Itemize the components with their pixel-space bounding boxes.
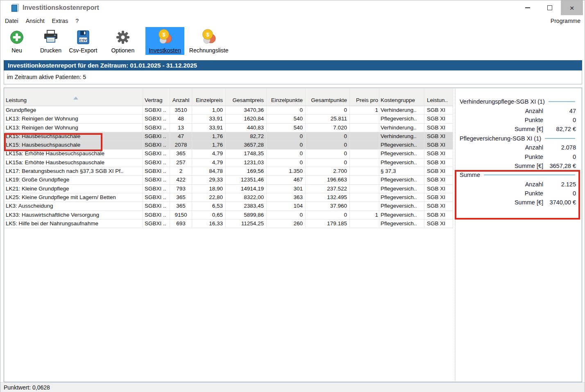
summary-value: 2.078	[543, 144, 576, 151]
menu-label-programme[interactable]: Programme	[551, 18, 580, 24]
table-cell: 5899,86	[226, 211, 267, 220]
toolbar-label: Neu	[11, 47, 22, 54]
optionen-button[interactable]: Optionen	[108, 27, 138, 55]
csv-export-button[interactable]: CSV Csv-Export	[66, 27, 100, 55]
table-row[interactable]: LK15: HausbesuchspauschaleSGBXI ..471,76…	[5, 132, 453, 141]
minimize-button[interactable]	[517, 0, 539, 15]
table-cell: SGBXI ..	[143, 220, 170, 228]
menu-bar: Datei Ansicht Extras ? Programme	[0, 15, 585, 26]
table-row[interactable]: LK19: Große GrundpflegeSGBXI ..42229,331…	[5, 176, 453, 184]
table-cell: SGB XI	[424, 185, 453, 193]
table-cell: 1,76	[192, 141, 226, 150]
table-cell: LK15: Hausbesuchspauschale	[5, 132, 143, 141]
column-header-1[interactable]: Vertrag	[143, 88, 170, 106]
table-cell: 1748,35	[226, 150, 267, 158]
table-cell: 13	[170, 124, 192, 132]
table-row[interactable]: LK15a: Erhöhte HausbesuchspauschaleSGBXI…	[5, 150, 453, 158]
svg-text:$: $	[206, 32, 209, 38]
table-cell: 82,72	[226, 132, 267, 141]
menu-item-ansicht[interactable]: Ansicht	[22, 15, 48, 26]
status-bar: Punktwert: 0,0628	[0, 382, 585, 392]
table-cell: SGBXI ..	[143, 211, 170, 220]
table-row[interactable]: LK15a: Erhöhte HausbesuchspauschaleSGBXI…	[5, 159, 453, 167]
table-row[interactable]: LK13: Reinigen der WohnungSGBXI ..1333,9…	[5, 124, 453, 132]
table-cell: SGB XI	[424, 220, 453, 228]
table-cell: 169,56	[226, 167, 267, 176]
table-cell	[350, 176, 379, 184]
table-cell: 33,91	[192, 124, 226, 132]
table-cell: SGB XI	[424, 211, 453, 220]
table-cell: § 37,3	[379, 167, 424, 176]
summary-row: Anzahl47	[460, 106, 576, 115]
summary-value: 2.125	[543, 181, 576, 188]
table-cell: LK15: Hausbesuchspauschale	[5, 141, 143, 150]
column-header-2[interactable]: Anzahl	[170, 88, 192, 106]
column-header-5[interactable]: Einzelpunkte	[267, 88, 306, 106]
investkosten-button[interactable]: $ Investkosten	[145, 27, 184, 55]
toolbar-label: Rechnungsliste	[189, 47, 229, 54]
summary-row: Summe [€]82,72 €	[460, 125, 576, 134]
table-cell: SGBXI ..	[143, 185, 170, 193]
summary-value: 0	[543, 190, 576, 197]
summary-row: Summe [€]3657,28 €	[460, 161, 576, 170]
column-header-6[interactable]: Gesamtpunkte	[306, 88, 350, 106]
table-cell: 1	[350, 106, 379, 115]
column-header-3[interactable]: Einzelpreis	[192, 88, 226, 106]
summary-label: Punkte	[460, 190, 543, 197]
plus-icon	[9, 28, 24, 46]
table-cell: LK21: Kleine Grundpflege	[5, 185, 143, 193]
table-cell: 237.522	[306, 185, 350, 193]
table-cell: 1231,03	[226, 159, 267, 167]
table-row[interactable]: GrundpflegeSGBXI ..35101,003470,36001Ver…	[5, 106, 453, 115]
column-header-7[interactable]: Preis pro	[350, 88, 379, 106]
table-row[interactable]: LK13: Reinigen der WohnungSGBXI ..4833,9…	[5, 115, 453, 123]
column-header-8[interactable]: Kostengruppe	[379, 88, 424, 106]
summary-row: Anzahl2.125	[460, 180, 576, 189]
table-row[interactable]: LK25: Kleine Grundpflege mit Lagern/ Bet…	[5, 193, 453, 202]
table-cell	[350, 141, 379, 150]
table-cell	[350, 115, 379, 123]
table-cell: SGBXI ..	[143, 159, 170, 167]
coins-icon: $	[157, 28, 173, 46]
svg-text:$: $	[162, 32, 165, 38]
toolbar-label: Drucken	[40, 47, 61, 54]
section-rule	[549, 101, 575, 102]
menu-item-extras[interactable]: Extras	[48, 15, 72, 26]
maximize-button[interactable]	[539, 0, 561, 15]
table-cell: Grundpflege	[5, 106, 143, 115]
table-cell: 793	[170, 185, 192, 193]
table-cell: 25.811	[306, 115, 350, 123]
table-cell: 0	[267, 132, 306, 141]
table-cell: 16,33	[192, 220, 226, 228]
close-button[interactable]: ×	[561, 0, 583, 15]
table-cell: 8322,00	[226, 193, 267, 202]
table-row[interactable]: LK3: AusscheidungSGBXI ..3656,532383,451…	[5, 202, 453, 211]
table-cell: SGB XI	[424, 150, 453, 158]
summary-value: 3740,00 €	[543, 199, 576, 206]
table-row[interactable]: LK21: Kleine GrundpflegeSGBXI ..79318,90…	[5, 185, 453, 193]
table-row[interactable]: LK17: Beratungsbesuch nach §37,3 SGB XI …	[5, 167, 453, 176]
table-cell: 0	[267, 159, 306, 167]
table-cell: Pflegeversich..	[379, 176, 424, 184]
table-cell: 0	[306, 141, 350, 150]
table-cell: SGB XI	[424, 159, 453, 167]
table-cell: 4,79	[192, 150, 226, 158]
neu-button[interactable]: Neu	[6, 27, 27, 55]
drucken-button[interactable]: Drucken	[37, 27, 65, 55]
table-row[interactable]: LK5: Hilfe bei der NahrungsaufnahmeSGBXI…	[5, 220, 453, 228]
sort-asc-icon	[73, 97, 78, 100]
rechnungsliste-button[interactable]: $ Rechnungsliste	[186, 27, 232, 55]
column-header-9[interactable]: Leistun..	[424, 88, 453, 106]
table-cell: 33,91	[192, 115, 226, 123]
table-cell: LK33: Hauswirtschaftliche Versorgung	[5, 211, 143, 220]
table-cell: 365	[170, 150, 192, 158]
menu-item-help[interactable]: ?	[72, 15, 82, 26]
column-header-4[interactable]: Gesamtpreis	[226, 88, 267, 106]
table-cell: LK15a: Erhöhte Hausbesuchspauschale	[5, 159, 143, 167]
table-cell: Pflegeversich..	[379, 202, 424, 211]
table-cell	[350, 150, 379, 158]
table-row[interactable]: LK33: Hauswirtschaftliche VersorgungSGBX…	[5, 211, 453, 220]
toolbar: Neu Drucken	[0, 26, 585, 58]
table-row[interactable]: LK15: HausbesuchspauschaleSGBXI ..20781,…	[5, 141, 453, 150]
menu-item-datei[interactable]: Datei	[1, 15, 22, 26]
